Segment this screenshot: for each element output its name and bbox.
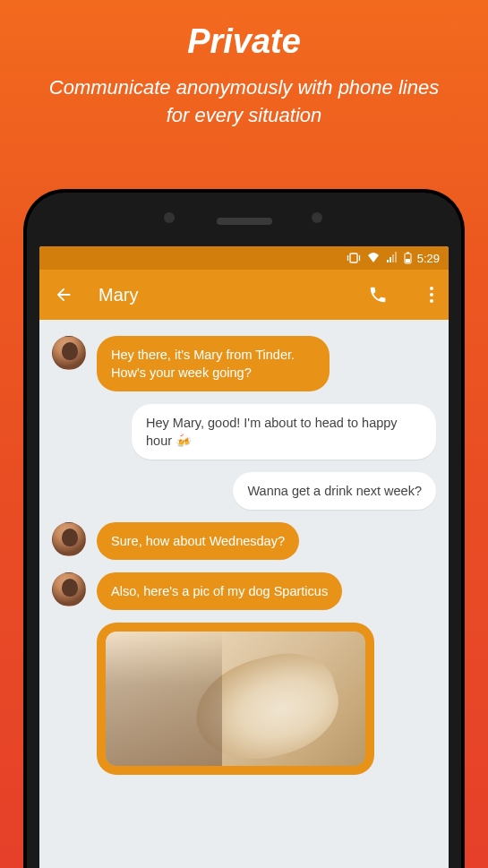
vibrate-icon bbox=[347, 252, 361, 264]
signal-icon bbox=[386, 252, 398, 264]
svg-point-7 bbox=[430, 293, 433, 296]
svg-rect-0 bbox=[350, 254, 357, 262]
phone-frame: 5:29 Mary Hey there, it's Mary from Tind… bbox=[27, 193, 461, 868]
message-bubble[interactable]: Wanna get a drink next week? bbox=[233, 472, 436, 510]
promo-header: Private Communicate anonymously with pho… bbox=[0, 0, 488, 157]
wifi-icon bbox=[366, 252, 381, 264]
phone-screen: 5:29 Mary Hey there, it's Mary from Tind… bbox=[39, 246, 449, 868]
message-image-bubble[interactable] bbox=[97, 623, 374, 775]
more-icon[interactable] bbox=[429, 286, 434, 304]
promo-title: Private bbox=[36, 22, 452, 61]
battery-icon bbox=[404, 252, 412, 264]
phone-sensor bbox=[164, 212, 175, 223]
svg-point-6 bbox=[430, 287, 433, 290]
message-incoming: Hey there, it's Mary from Tinder. How's … bbox=[52, 336, 436, 391]
svg-point-8 bbox=[430, 299, 433, 303]
message-incoming: Also, here's a pic of my dog Sparticus bbox=[52, 572, 436, 610]
message-bubble[interactable]: Hey Mary, good! I'm about to head to hap… bbox=[132, 404, 436, 460]
message-bubble[interactable]: Also, here's a pic of my dog Sparticus bbox=[97, 572, 342, 610]
avatar[interactable] bbox=[52, 336, 86, 370]
message-bubble[interactable]: Sure, how about Wednesday? bbox=[97, 522, 299, 560]
avatar[interactable] bbox=[52, 572, 86, 606]
promo-subtitle: Communicate anonymously with phone lines… bbox=[36, 74, 452, 130]
message-bubble[interactable]: Hey there, it's Mary from Tinder. How's … bbox=[97, 336, 330, 391]
phone-camera bbox=[312, 212, 322, 223]
avatar[interactable] bbox=[52, 522, 86, 556]
status-bar: 5:29 bbox=[39, 246, 449, 270]
dog-image[interactable] bbox=[106, 632, 365, 766]
message-incoming-image bbox=[52, 623, 436, 775]
chat-app-bar: Mary bbox=[39, 270, 449, 320]
phone-icon[interactable] bbox=[368, 285, 388, 305]
chat-body[interactable]: Hey there, it's Mary from Tinder. How's … bbox=[39, 320, 449, 868]
phone-speaker bbox=[217, 218, 272, 225]
back-icon[interactable] bbox=[54, 285, 73, 305]
svg-rect-4 bbox=[407, 253, 409, 254]
message-incoming: Sure, how about Wednesday? bbox=[52, 522, 436, 560]
svg-rect-5 bbox=[406, 259, 410, 262]
message-outgoing: Wanna get a drink next week? bbox=[52, 472, 436, 510]
message-outgoing: Hey Mary, good! I'm about to head to hap… bbox=[52, 404, 436, 460]
status-time: 5:29 bbox=[417, 252, 440, 265]
chat-title: Mary bbox=[98, 285, 343, 305]
